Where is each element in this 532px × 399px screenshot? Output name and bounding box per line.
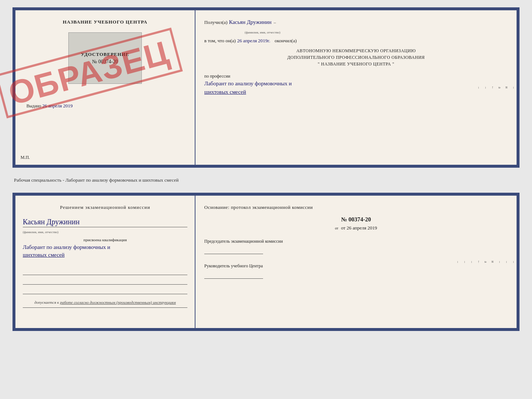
top-left-panel: НАЗВАНИЕ УЧЕБНОГО ЦЕНТРА УДОСТОВЕРЕНИЕ №… <box>15 10 195 165</box>
bottom-document: Решением экзаменационной комиссии Касьян… <box>12 193 520 331</box>
vydano-label: Выдано <box>26 103 41 108</box>
bottom-underline <box>23 307 187 308</box>
vydano-date: 26 апреля 2019 <box>42 103 73 108</box>
prof-line1: Лаборант по анализу формовочных и <box>204 80 508 88</box>
dopuskaetsya-label: допускается к <box>34 300 59 304</box>
prof-line2: шихтовых смесей <box>204 88 508 96</box>
vydano-line: Выдано 26 апреля 2019 <box>26 103 73 109</box>
sig-line-3 <box>23 287 187 294</box>
pred-label: Председатель экзаменационной комиссии <box>204 238 508 245</box>
cert-box: УДОСТОВЕРЕНИЕ № 00374-20 <box>68 32 142 84</box>
cert-number: № 00374-20 <box>92 59 118 65</box>
org-line3: " НАЗВАНИЕ УЧЕБНОГО ЦЕНТРА " <box>204 61 508 67</box>
date-val: от 26 апреля 2019 <box>341 225 377 231</box>
pred-sig-line <box>204 247 263 254</box>
protocol-number: № 00374-20 <box>204 216 508 223</box>
dopuskaetsya-text: работе согласно должностным (производств… <box>60 300 176 304</box>
resheniyem-label: Решением экзаменационной комиссии <box>60 204 150 210</box>
qualif-block: присвоена квалификация Лаборант по анали… <box>23 238 187 259</box>
fio-subtitle: (фамилия, имя, отчество) <box>245 31 280 34</box>
org-block: АВТОНОМНУЮ НЕКОММЕРЧЕСКУЮ ОРГАНИЗАЦИЮ ДО… <box>204 47 508 67</box>
prisvoena-label: присвоена квалификация <box>23 238 187 242</box>
ruk-sig-line <box>204 271 263 279</box>
vtom-date: 26 апреля 2019г. <box>237 38 270 44</box>
top-title: НАЗВАНИЕ УЧЕБНОГО ЦЕНТРА <box>63 19 148 25</box>
bottom-fio-subtitle: (фамилия, имя, отчество) <box>23 230 58 234</box>
ruk-label: Руководитель учебного Центра <box>204 263 508 269</box>
name-block: Касьян Дружинин (фамилия, имя, отчество) <box>23 218 187 235</box>
prof-block: по профессии Лаборант по анализу формово… <box>204 72 508 96</box>
pred-block: Председатель экзаменационной комиссии <box>204 238 508 254</box>
org-line1: АВТОНОМНУЮ НЕКОММЕРЧЕСКУЮ ОРГАНИЗАЦИЮ <box>204 47 508 54</box>
poluchil-row: Получил(а) Касьян Дружинин – <box>204 19 508 25</box>
mp-label: М.П. <box>21 155 30 160</box>
sig-line-2 <box>23 277 187 285</box>
protocol-date: от от 26 апреля 2019 <box>204 225 508 231</box>
bottom-left-panel: Решением экзаменационной комиссии Касьян… <box>15 196 195 328</box>
okonchil-label: окончил(а) <box>274 38 296 44</box>
org-line2: ДОПОЛНИТЕЛЬНОГО ПРОФЕССИОНАЛЬНОГО ОБРАЗО… <box>204 54 508 61</box>
prof-label: по профессии <box>204 74 230 79</box>
top-document: НАЗВАНИЕ УЧЕБНОГО ЦЕНТРА УДОСТОВЕРЕНИЕ №… <box>12 7 520 168</box>
bottom-lines <box>23 268 187 296</box>
vtom-label: в том, что он(а) <box>204 38 236 44</box>
bottom-side-marks: – – – и а ← – – – <box>508 196 517 328</box>
sig-line-1 <box>23 268 187 275</box>
qualif-line2: шихтовых смесей <box>23 251 187 259</box>
cert-label: УДОСТОВЕРЕНИЕ <box>81 51 129 57</box>
qualif-line1: Лаборант по анализу формовочных и <box>23 243 187 251</box>
vtom-row: в том, что он(а) 26 апреля 2019г. окончи… <box>204 38 508 44</box>
bottom-right-panel: Основание: протокол экзаменационной коми… <box>195 196 517 328</box>
ot-label: от <box>335 226 338 230</box>
dopuskaetsya-block: допускается к работе согласно должностны… <box>34 300 176 304</box>
poluchil-name: Касьян Дружинин <box>229 19 272 25</box>
osnov-label: Основание: протокол экзаменационной коми… <box>204 204 508 210</box>
poluchil-label: Получил(а) <box>204 19 227 25</box>
side-marks: – и а ← – – <box>508 10 517 165</box>
bottom-name: Касьян Дружинин <box>23 218 187 226</box>
specialty-line: Рабочая специальность - Лаборант по анал… <box>12 177 520 183</box>
top-right-panel: Получил(а) Касьян Дружинин – (фамилия, и… <box>195 10 517 165</box>
ruk-block: Руководитель учебного Центра <box>204 263 508 279</box>
